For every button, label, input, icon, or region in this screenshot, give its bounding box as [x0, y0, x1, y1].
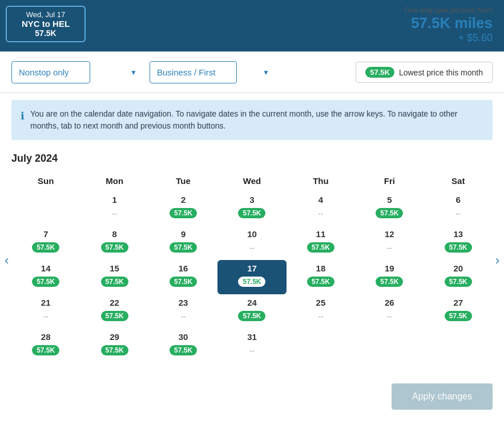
day-price: --: [314, 311, 328, 322]
calendar-day-cell[interactable]: 1157.5K: [287, 226, 355, 260]
day-price: 57.5K: [170, 277, 197, 287]
day-price: 57.5K: [101, 242, 128, 253]
day-price: --: [245, 345, 259, 356]
calendar-day-header: Sun: [11, 173, 80, 191]
day-price: --: [245, 242, 259, 253]
day-number: 13: [424, 229, 493, 239]
calendar-day-cell[interactable]: 2957.5K: [80, 329, 148, 363]
calendar-day-cell: [11, 191, 80, 226]
day-number: 28: [11, 332, 80, 342]
day-number: 9: [149, 229, 217, 239]
info-banner: ℹ You are on the calendar date navigatio…: [11, 100, 493, 140]
cabin-select[interactable]: Business / First: [150, 61, 237, 83]
day-number: 27: [424, 298, 493, 307]
day-number: 22: [80, 298, 148, 307]
calendar-day-cell[interactable]: 12--: [355, 226, 424, 260]
calendar-day-cell: [424, 329, 493, 363]
calendar-day-cell[interactable]: 1--: [80, 191, 148, 226]
calendar-day-cell[interactable]: 2457.5K: [217, 294, 286, 329]
cabin-chevron-icon: ▼: [263, 69, 269, 77]
day-price: 57.5K: [376, 277, 403, 287]
day-number: 31: [217, 332, 286, 342]
day-price: --: [39, 311, 53, 322]
calendar-day-cell[interactable]: 21--: [11, 294, 80, 329]
day-number: 19: [355, 263, 424, 273]
apply-changes-button[interactable]: Apply changes: [392, 383, 493, 410]
calendar-day-cell[interactable]: 1557.5K: [80, 260, 148, 294]
calendar-day-cell[interactable]: 757.5K: [11, 226, 80, 260]
day-price: 57.5K: [170, 345, 197, 355]
day-price: 57.5K: [307, 277, 334, 287]
flight-route: NYC to HEL: [15, 19, 76, 29]
cabin-dropdown-wrapper[interactable]: Business / First ▼: [150, 61, 275, 83]
calendar-table: SunMonTueWedThuFriSat 1--257.5K357.5K4--…: [11, 173, 493, 363]
day-price: 57.5K: [32, 277, 59, 287]
calendar-day-cell[interactable]: 1757.5K: [217, 260, 286, 294]
day-number: 14: [11, 263, 80, 273]
calendar-section: July 2024 ‹ › SunMonTueWedThuFriSat 1--2…: [0, 147, 504, 374]
lowest-price-badge: 57.5K Lowest price this month: [356, 62, 493, 83]
calendar-week-row: 1--257.5K357.5K4--557.5K6--: [11, 191, 493, 226]
day-number: 11: [287, 229, 355, 239]
next-month-button[interactable]: ›: [492, 247, 503, 274]
calendar-day-cell[interactable]: 2857.5K: [11, 329, 80, 363]
calendar-day-cell[interactable]: 31--: [217, 329, 286, 363]
controls-row: Nonstop only ▼ Business / First ▼ 57.5K …: [0, 52, 504, 93]
day-price: 57.5K: [32, 242, 59, 253]
day-price: 57.5K: [445, 311, 472, 321]
calendar-day-cell[interactable]: 2257.5K: [80, 294, 148, 329]
lowest-price-value: 57.5K: [365, 67, 394, 78]
day-price: --: [382, 242, 397, 253]
calendar-day-header: Thu: [287, 173, 355, 191]
day-price: 57.5K: [238, 311, 265, 321]
calendar-day-cell[interactable]: 26--: [355, 294, 424, 329]
nonstop-dropdown-wrapper[interactable]: Nonstop only ▼: [11, 61, 143, 83]
calendar-day-cell[interactable]: 1957.5K: [355, 260, 424, 294]
day-price: --: [107, 208, 122, 219]
day-number: 3: [217, 195, 286, 205]
calendar-day-cell[interactable]: 1657.5K: [149, 260, 217, 294]
calendar-day-header: Tue: [149, 173, 217, 191]
day-number: 2: [149, 195, 217, 205]
prev-month-button[interactable]: ‹: [1, 247, 12, 274]
calendar-day-cell: [355, 329, 424, 363]
calendar-day-cell[interactable]: 357.5K: [217, 191, 286, 226]
flight-price-tag: 57.5K: [15, 29, 76, 38]
day-price: 57.5K: [445, 277, 472, 287]
calendar-day-cell[interactable]: 25--: [287, 294, 355, 329]
calendar-day-cell[interactable]: 557.5K: [355, 191, 424, 226]
calendar-week-row: 757.5K857.5K957.5K10--1157.5K12--1357.5K: [11, 226, 493, 260]
info-banner-text: You are on the calendar date navigation.…: [30, 108, 483, 132]
calendar-month-title: July 2024: [11, 153, 493, 165]
calendar-day-cell[interactable]: 1457.5K: [11, 260, 80, 294]
calendar-day-cell[interactable]: 6--: [424, 191, 493, 226]
day-price: 57.5K: [445, 242, 472, 253]
day-number: 24: [217, 298, 286, 307]
calendar-day-cell[interactable]: 957.5K: [149, 226, 217, 260]
calendar-day-cell[interactable]: 4--: [287, 191, 355, 226]
nonstop-select[interactable]: Nonstop only: [11, 61, 90, 83]
day-number: 5: [355, 195, 424, 205]
calendar-day-cell[interactable]: 2757.5K: [424, 294, 493, 329]
day-number: 23: [149, 298, 217, 307]
calendar-day-header: Sat: [424, 173, 493, 191]
calendar-day-header: Mon: [80, 173, 148, 191]
calendar-day-cell[interactable]: 857.5K: [80, 226, 148, 260]
day-number: 18: [287, 263, 355, 273]
calendar-day-cell[interactable]: 23--: [149, 294, 217, 329]
day-number: 25: [287, 298, 355, 307]
calendar-header: SunMonTueWedThuFriSat: [11, 173, 493, 191]
day-price: --: [451, 208, 465, 219]
calendar-day-cell[interactable]: 1857.5K: [287, 260, 355, 294]
flight-info-box: Wed, Jul 17 NYC to HEL 57.5K: [6, 6, 86, 42]
day-price: 57.5K: [101, 311, 128, 321]
day-price: 57.5K: [307, 242, 334, 253]
calendar-day-cell[interactable]: 1357.5K: [424, 226, 493, 260]
calendar-week-row: 2857.5K2957.5K3057.5K31--: [11, 329, 493, 363]
calendar-day-cell[interactable]: 2057.5K: [424, 260, 493, 294]
calendar-day-cell[interactable]: 10--: [217, 226, 286, 260]
calendar-day-cell[interactable]: 257.5K: [149, 191, 217, 226]
calendar-day-cell[interactable]: 3057.5K: [149, 329, 217, 363]
day-number: 30: [149, 332, 217, 342]
calendar-week-row: 1457.5K1557.5K1657.5K1757.5K1857.5K1957.…: [11, 260, 493, 294]
